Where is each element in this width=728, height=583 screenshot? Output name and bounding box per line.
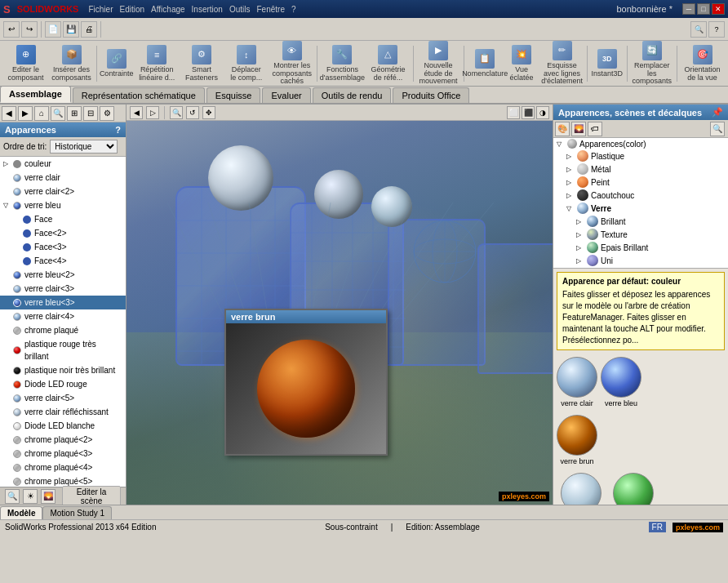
- panel-expand-btn[interactable]: ⊞: [67, 106, 82, 121]
- rp-search-btn[interactable]: 🔍: [710, 122, 725, 136]
- list-item[interactable]: ▷ chrome plaqué: [0, 323, 126, 337]
- btab-motion-study[interactable]: Motion Study 1: [42, 506, 112, 519]
- tree-item-uni[interactable]: ▷ Uni: [553, 254, 728, 267]
- sort-select[interactable]: Historique Alphabétique Par type: [50, 140, 118, 154]
- list-item[interactable]: ▷ Diode LED rouge: [0, 377, 126, 391]
- deplacer-btn[interactable]: ↕ Déplacer le comp...: [224, 42, 269, 85]
- orientation-btn[interactable]: 🎯 Orientation de la vue: [680, 42, 725, 85]
- nomenclature-btn[interactable]: 📋 Nomenclature: [466, 47, 504, 81]
- toolbar-btn-1[interactable]: ↩: [3, 21, 20, 38]
- list-item[interactable]: ▷ plastique noir très brillant: [0, 363, 126, 377]
- close-button[interactable]: ✕: [712, 3, 725, 15]
- list-item[interactable]: ▷ Face: [0, 212, 126, 226]
- menubar-insertion[interactable]: Insertion: [192, 5, 223, 14]
- minimize-button[interactable]: ─: [682, 3, 695, 15]
- list-item[interactable]: ▷ chrome plaqué<4>: [0, 461, 126, 474]
- tree-item-lumieres[interactable]: ▷ Lumières: [553, 267, 728, 269]
- edit-scene-button[interactable]: Editer la scène: [62, 486, 121, 505]
- smart-fasteners-btn[interactable]: ⚙ Smart Fasteners: [180, 42, 224, 85]
- esquisse-lignes-btn[interactable]: ✏ Esquisse avec lignes d'éclatement: [539, 41, 584, 87]
- list-item[interactable]: ▷ Face<4>: [0, 254, 126, 268]
- list-item[interactable]: ▷ verre clair<4>: [0, 309, 126, 323]
- vp-nav-btn[interactable]: ◀: [130, 106, 143, 119]
- vp-wire-btn[interactable]: ⬛: [522, 106, 535, 119]
- list-item[interactable]: ▷ verre bleu<2>: [0, 268, 126, 282]
- tree-item-texture[interactable]: ▷ Texture: [553, 228, 728, 241]
- tab-produits-office[interactable]: Produits Office: [393, 87, 469, 103]
- insert-components-btn[interactable]: 📦 Insérer des composants: [49, 42, 94, 85]
- list-item[interactable]: ▽ verre bleu: [0, 198, 126, 212]
- rp-tool-2[interactable]: 🌄: [571, 122, 586, 136]
- tree-item-plastique[interactable]: ▷ Plastique: [553, 149, 728, 162]
- tab-assemblage[interactable]: Assemblage: [0, 86, 71, 103]
- list-item[interactable]: ▷ verre clair<3>: [0, 282, 126, 296]
- list-item[interactable]: ▷ verre clair: [0, 171, 126, 185]
- tab-outils-rendu[interactable]: Outils de rendu: [313, 87, 392, 103]
- rp-tool-1[interactable]: 🎨: [555, 122, 570, 136]
- panel-home-btn[interactable]: ⌂: [34, 106, 49, 121]
- vp-pan-btn[interactable]: ✥: [202, 106, 215, 119]
- edit-component-btn[interactable]: ⊕ Editer le composant: [3, 42, 48, 85]
- panel-forward-btn[interactable]: ▶: [18, 106, 33, 121]
- fonctions-btn[interactable]: 🔧 Fonctions d'assemblage: [320, 42, 365, 85]
- montrer-btn[interactable]: 👁 Montrer les composants cachés: [269, 41, 314, 87]
- scene-tool-1[interactable]: 🔍: [5, 489, 20, 504]
- tab-evaluer[interactable]: Evaluer: [262, 87, 310, 103]
- swatch-verre-vert-ref[interactable]: verre vert réfléchissant: [609, 473, 658, 505]
- panel-config-btn[interactable]: ⚙: [100, 106, 114, 121]
- search-btn[interactable]: 🔍: [690, 21, 707, 38]
- btab-modele[interactable]: Modèle: [0, 506, 42, 519]
- toolbar-btn-3[interactable]: 📄: [45, 21, 61, 38]
- menubar-help[interactable]: ?: [291, 5, 296, 14]
- toolbar-btn-4[interactable]: 💾: [63, 21, 79, 38]
- tree-item-epais-brillant[interactable]: ▷ Epais Brillant: [553, 241, 728, 254]
- swatch-verre-bleu[interactable]: verre bleu: [601, 357, 641, 408]
- swatch-verre-clair[interactable]: verre clair: [557, 357, 597, 408]
- tree-item-verre[interactable]: ▽ Verre: [553, 202, 728, 215]
- list-item[interactable]: ▷ Face<2>: [0, 226, 126, 240]
- tree-item-caoutchouc[interactable]: ▷ Caoutchouc: [553, 189, 728, 202]
- rp-tool-3[interactable]: 🏷: [588, 122, 602, 136]
- tab-esquisse[interactable]: Esquisse: [206, 87, 261, 103]
- tree-item-peint[interactable]: ▷ Peint: [553, 176, 728, 189]
- panel-search-btn[interactable]: 🔍: [51, 106, 65, 121]
- vue-eclatee-btn[interactable]: 💥 Vue éclatée: [504, 42, 539, 85]
- list-item[interactable]: ▷ chrome plaqué<2>: [0, 433, 126, 447]
- maximize-button[interactable]: □: [697, 3, 710, 15]
- vp-shade-btn[interactable]: ◑: [536, 106, 549, 119]
- swatch-verre-brun[interactable]: verre brun: [557, 415, 597, 466]
- scene-tool-3[interactable]: 🌄: [41, 489, 55, 504]
- nouvelle-etude-btn[interactable]: ▶ Nouvelle étude de mouvement: [416, 41, 461, 87]
- contrainte-btn[interactable]: 🔗 Contrainte: [100, 47, 134, 81]
- list-item[interactable]: ▷ verre clair réfléchissant: [0, 405, 126, 419]
- scene-tool-2[interactable]: ☀: [23, 489, 38, 504]
- toolbar-btn-2[interactable]: ↪: [21, 21, 38, 38]
- vp-display-btn[interactable]: ⬜: [507, 106, 520, 119]
- list-item-selected[interactable]: ▷ verre bleu<3>: [0, 296, 126, 309]
- toolbar-btn-5[interactable]: 🖨: [81, 21, 97, 38]
- menubar-outils[interactable]: Outils: [229, 5, 251, 14]
- geometrie-btn[interactable]: △ Géométrie de réfé...: [366, 42, 411, 85]
- scene-3d[interactable]: verre brun pxleyes.com: [127, 121, 553, 505]
- tree-item-brillant[interactable]: ▷ Brillant: [553, 215, 728, 228]
- right-panel-pin-btn[interactable]: 📌: [712, 107, 723, 118]
- menubar-fenetre[interactable]: Fenêtre: [256, 5, 284, 14]
- menubar-edition[interactable]: Edition: [119, 5, 144, 14]
- list-item[interactable]: ▷ Diode LED blanche: [0, 419, 126, 433]
- list-item[interactable]: ▷ Face<3>: [0, 240, 126, 254]
- instant3d-btn[interactable]: 3D Instant3D: [590, 47, 624, 81]
- list-item[interactable]: ▷ verre clair<2>: [0, 185, 126, 198]
- list-item[interactable]: ▷ couleur: [0, 157, 126, 171]
- tab-representation-schematique[interactable]: Représentation schématique: [73, 87, 205, 103]
- swatch-verre-clair-ref[interactable]: verre clair réfléchissant: [557, 473, 606, 505]
- vp-zoom-btn[interactable]: 🔍: [170, 106, 183, 119]
- list-item[interactable]: ▷ verre clair<5>: [0, 391, 126, 405]
- menubar-affichage[interactable]: Affichage: [151, 5, 185, 14]
- remplacer-btn[interactable]: 🔄 Remplacer les composants: [629, 41, 674, 87]
- list-item[interactable]: ▷ chrome plaqué<3>: [0, 447, 126, 461]
- tree-item-metal[interactable]: ▷ Métal: [553, 162, 728, 176]
- tree-item-appearances[interactable]: ▽ Apparences(color): [553, 138, 728, 149]
- options-btn[interactable]: ?: [708, 21, 725, 38]
- vp-rotate-btn[interactable]: ↺: [186, 106, 199, 119]
- list-item[interactable]: ▷ plastique rouge très brillant: [0, 337, 126, 363]
